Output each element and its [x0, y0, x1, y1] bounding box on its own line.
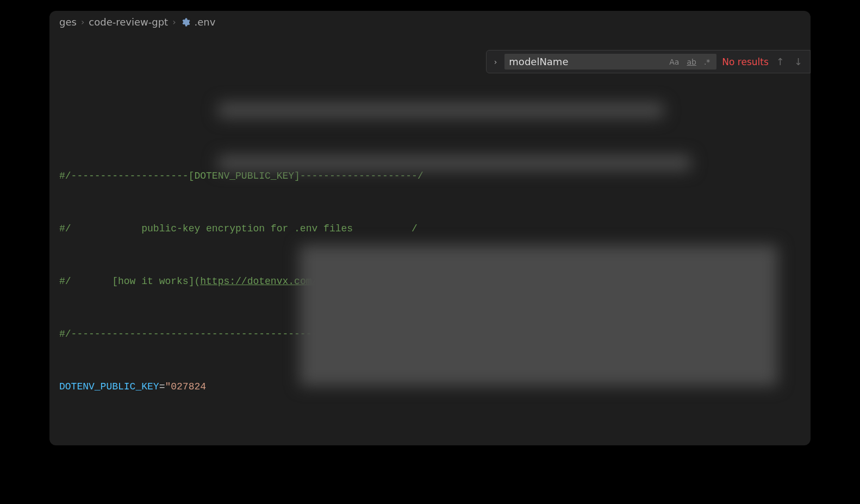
breadcrumb-filename[interactable]: .env — [195, 16, 216, 28]
editor-window: ges › code-review-gpt › .env › Aa ab .* … — [49, 11, 811, 445]
gear-icon — [180, 17, 190, 27]
breadcrumb-part[interactable]: code-review-gpt — [89, 16, 168, 28]
breadcrumb-separator: › — [172, 17, 176, 27]
equals: = — [159, 381, 165, 392]
breadcrumb: ges › code-review-gpt › .env — [49, 11, 811, 33]
env-key: DOTENV_PUBLIC_KEY — [59, 381, 159, 392]
env-value: "027824 — [165, 381, 206, 392]
code-editor[interactable]: #/--------------------[DOTENV_PUBLIC_KEY… — [49, 33, 811, 445]
breadcrumb-part[interactable]: ges — [59, 16, 77, 28]
breadcrumb-separator: › — [81, 17, 84, 27]
code-comment: #/ public-key encryption for .env files … — [59, 223, 417, 234]
code-comment: #/--------------------[DOTENV_PUBLIC_KEY… — [59, 171, 423, 181]
